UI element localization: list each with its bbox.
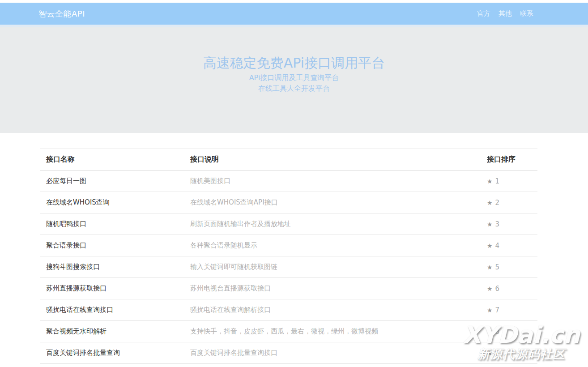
rank-number: 8 [495,328,500,336]
hero-subtitle-1: APi接口调用及工具查询平台 [0,73,588,83]
api-desc: 各种聚合语录随机显示 [190,235,487,256]
api-desc: 苏州电视台直播源获取接口 [190,278,487,299]
api-desc: 百度关键词排名批量查询接口 [190,342,487,364]
api-name[interactable]: 骚扰电话在线查询接口 [40,299,190,321]
api-desc: 支持快手，抖音，皮皮虾，西瓜，最右，微视，绿州，微博视频 [190,321,487,342]
table-row[interactable]: 搜狗斗图搜索接口输入关键词即可随机获取图链★5 [40,256,537,278]
api-rank: ★8 [487,321,537,342]
rank-number: 5 [495,263,500,271]
api-rank: ★5 [487,256,537,278]
column-header-name: 接口名称 [40,149,190,171]
rank-number: 7 [495,306,500,314]
api-name[interactable]: 聚合视频无水印解析 [40,321,190,342]
star-icon: ★ [487,242,493,249]
brand-logo[interactable]: 智云全能API [38,9,85,19]
table-row[interactable]: 聚合语录接口各种聚合语录随机显示★4 [40,235,537,256]
api-desc: 在线域名WHOIS查询API接口 [190,192,487,213]
api-rank: ★9 [487,342,537,364]
table-row[interactable]: 必应每日一图随机美图接口★1 [40,171,537,192]
star-icon: ★ [487,264,493,271]
star-icon: ★ [487,307,493,314]
star-icon: ★ [487,221,493,228]
api-rank: ★2 [487,192,537,213]
navbar-links: 官方 其他 联系 [477,9,533,18]
rank-number: 2 [495,199,500,207]
api-rank: ★7 [487,299,537,321]
column-header-rank: 接口排序 [487,149,537,171]
api-name[interactable]: 在线域名WHOIS查询 [40,192,190,213]
api-rank: ★1 [487,171,537,192]
star-icon: ★ [487,350,493,357]
api-name[interactable]: 必应每日一图 [40,171,190,192]
navbar: 智云全能API 官方 其他 联系 [0,3,588,25]
table-row[interactable]: 骚扰电话在线查询接口骚扰电话在线查询解析接口★7 [40,299,537,321]
hero-banner: 高速稳定免费APi接口调用平台 APi接口调用及工具查询平台 在线工具大全开发平… [0,27,588,133]
nav-link-official[interactable]: 官方 [477,9,490,18]
rank-number: 6 [495,285,500,293]
api-name[interactable]: 苏州直播源获取接口 [40,278,190,299]
nav-link-other[interactable]: 其他 [499,9,512,18]
hero-subtitle-2: 在线工具大全开发平台 [0,83,588,94]
rank-number: 3 [495,220,500,228]
api-name[interactable]: 随机唱鸭接口 [40,213,190,235]
api-desc: 骚扰电话在线查询解析接口 [190,299,487,321]
table-header-row: 接口名称 接口说明 接口排序 [40,149,537,171]
hero-title: 高速稳定免费APi接口调用平台 [0,56,588,70]
star-icon: ★ [487,328,493,335]
column-header-desc: 接口说明 [190,149,487,171]
star-icon: ★ [487,199,493,206]
api-name[interactable]: 聚合语录接口 [40,235,190,256]
api-table: 接口名称 接口说明 接口排序 必应每日一图随机美图接口★1在线域名WHOIS查询… [40,149,537,364]
api-desc: 刷新页面随机输出作者及播放地址 [190,213,487,235]
api-desc: 输入关键词即可随机获取图链 [190,256,487,278]
api-rank: ★4 [487,235,537,256]
api-desc: 随机美图接口 [190,171,487,192]
table-row[interactable]: 百度关键词排名批量查询百度关键词排名批量查询接口★9 [40,342,537,364]
table-row[interactable]: 聚合视频无水印解析支持快手，抖音，皮皮虾，西瓜，最右，微视，绿州，微博视频★8 [40,321,537,342]
api-rank: ★6 [487,278,537,299]
star-icon: ★ [487,285,493,292]
star-icon: ★ [487,178,493,185]
table-row[interactable]: 在线域名WHOIS查询在线域名WHOIS查询API接口★2 [40,192,537,213]
rank-number: 1 [495,177,500,185]
table-row[interactable]: 随机唱鸭接口刷新页面随机输出作者及播放地址★3 [40,213,537,235]
nav-link-contact[interactable]: 联系 [520,9,533,18]
api-table-section: 接口名称 接口说明 接口排序 必应每日一图随机美图接口★1在线域名WHOIS查询… [40,149,537,364]
api-rank: ★3 [487,213,537,235]
table-row[interactable]: 苏州直播源获取接口苏州电视台直播源获取接口★6 [40,278,537,299]
rank-number: 4 [495,242,500,250]
api-name[interactable]: 百度关键词排名批量查询 [40,342,190,364]
api-name[interactable]: 搜狗斗图搜索接口 [40,256,190,278]
rank-number: 9 [495,349,500,357]
